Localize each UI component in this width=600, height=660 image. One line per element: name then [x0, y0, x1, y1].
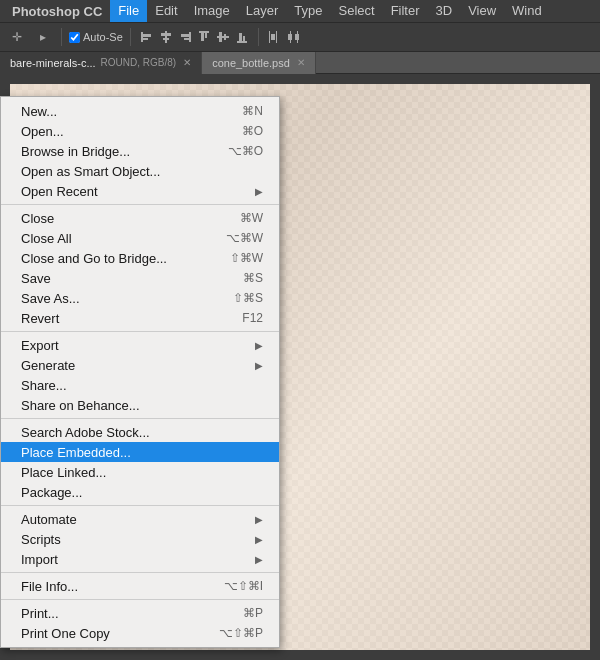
menu-item-import-label: Import [21, 552, 58, 567]
align-centers-horizontal-icon[interactable] [157, 28, 175, 46]
menu-item-print-shortcut: ⌘P [243, 606, 263, 620]
tab-suffix-1: ROUND, RGB/8) [101, 57, 177, 68]
move-tool-icon[interactable]: ✛ [6, 26, 28, 48]
menu-item-save-as-label: Save As... [21, 291, 80, 306]
menu-view[interactable]: View [460, 0, 504, 22]
menu-item-file-info[interactable]: File Info... ⌥⇧⌘I [1, 576, 279, 596]
align-top-edges-icon[interactable] [195, 28, 213, 46]
tab-bare-minerals[interactable]: bare-minerals-c... ROUND, RGB/8) ✕ [0, 52, 202, 74]
menu-item-open-smart[interactable]: Open as Smart Object... [1, 161, 279, 181]
svg-rect-8 [184, 38, 189, 40]
menu-item-import[interactable]: Import ▶ [1, 549, 279, 569]
menu-file[interactable]: File [110, 0, 147, 22]
menu-item-export-label: Export [21, 338, 59, 353]
menu-item-save-as[interactable]: Save As... ⇧⌘S [1, 288, 279, 308]
tab-close-2[interactable]: ✕ [297, 57, 305, 68]
menu-item-automate[interactable]: Automate ▶ [1, 509, 279, 529]
menu-sep-6 [1, 599, 279, 600]
menu-item-close-bridge-shortcut: ⇧⌘W [230, 251, 263, 265]
menu-item-share[interactable]: Share... [1, 375, 279, 395]
tab-label-2: cone_bottle.psd [212, 57, 290, 69]
svg-rect-16 [239, 33, 242, 41]
menu-item-revert-shortcut: F12 [242, 311, 263, 325]
menu-filter[interactable]: Filter [383, 0, 428, 22]
export-arrow-icon: ▶ [255, 340, 263, 351]
scripts-arrow-icon: ▶ [255, 534, 263, 545]
menu-item-search-stock[interactable]: Search Adobe Stock... [1, 422, 279, 442]
menu-edit[interactable]: Edit [147, 0, 185, 22]
menu-item-export[interactable]: Export ▶ [1, 335, 279, 355]
svg-rect-24 [295, 34, 299, 40]
menu-wind[interactable]: Wind [504, 0, 550, 22]
arrow-icon[interactable]: ▸ [32, 26, 54, 48]
menu-item-open[interactable]: Open... ⌘O [1, 121, 279, 141]
align-left-edges-icon[interactable] [138, 28, 156, 46]
align-centers-vertical-icon[interactable] [214, 28, 232, 46]
menu-item-print-one-copy[interactable]: Print One Copy ⌥⇧⌘P [1, 623, 279, 643]
menu-image[interactable]: Image [186, 0, 238, 22]
menu-item-save-shortcut: ⌘S [243, 271, 263, 285]
menu-item-share-behance[interactable]: Share on Behance... [1, 395, 279, 415]
menu-item-print-one-copy-shortcut: ⌥⇧⌘P [219, 626, 263, 640]
menu-item-open-recent[interactable]: Open Recent ▶ [1, 181, 279, 201]
menu-item-browse-bridge[interactable]: Browse in Bridge... ⌥⌘O [1, 141, 279, 161]
menu-3d[interactable]: 3D [428, 0, 461, 22]
auto-select-checkbox[interactable] [69, 32, 80, 43]
svg-rect-12 [217, 36, 229, 38]
auto-select-label: Auto-Se [83, 31, 123, 43]
distribute-left-icon[interactable] [266, 28, 284, 46]
menu-item-place-embedded[interactable]: Place Embedded... [1, 442, 279, 462]
toolbar-sep-3 [258, 28, 259, 46]
menu-item-open-smart-label: Open as Smart Object... [21, 164, 160, 179]
align-right-edges-icon[interactable] [176, 28, 194, 46]
svg-rect-19 [276, 31, 277, 43]
menu-item-close-bridge-label: Close and Go to Bridge... [21, 251, 167, 266]
menu-item-place-embedded-label: Place Embedded... [21, 445, 131, 460]
menu-item-place-linked[interactable]: Place Linked... [1, 462, 279, 482]
menu-item-package-label: Package... [21, 485, 82, 500]
menu-item-print-one-copy-label: Print One Copy [21, 626, 110, 641]
menu-item-new-label: New... [21, 104, 57, 119]
svg-rect-15 [237, 41, 247, 43]
svg-rect-18 [269, 31, 270, 43]
menu-item-print[interactable]: Print... ⌘P [1, 603, 279, 623]
menu-item-file-info-shortcut: ⌥⇧⌘I [224, 579, 263, 593]
svg-rect-10 [201, 33, 204, 41]
svg-rect-3 [165, 31, 167, 43]
menu-item-generate[interactable]: Generate ▶ [1, 355, 279, 375]
menu-sep-4 [1, 505, 279, 506]
menu-item-close-all[interactable]: Close All ⌥⌘W [1, 228, 279, 248]
menu-sep-5 [1, 572, 279, 573]
menu-item-new[interactable]: New... ⌘N [1, 101, 279, 121]
menu-item-file-info-label: File Info... [21, 579, 78, 594]
svg-rect-9 [199, 31, 209, 33]
tab-bar: bare-minerals-c... ROUND, RGB/8) ✕ cone_… [0, 52, 600, 74]
menu-item-close-bridge[interactable]: Close and Go to Bridge... ⇧⌘W [1, 248, 279, 268]
menu-item-close-label: Close [21, 211, 54, 226]
menu-item-revert[interactable]: Revert F12 [1, 308, 279, 328]
svg-rect-13 [219, 32, 222, 42]
tab-close-1[interactable]: ✕ [183, 57, 191, 68]
menu-item-package[interactable]: Package... [1, 482, 279, 502]
menu-type[interactable]: Type [286, 0, 330, 22]
svg-rect-11 [205, 33, 207, 38]
svg-rect-6 [189, 32, 191, 42]
toolbar-sep-1 [61, 28, 62, 46]
menu-item-scripts-label: Scripts [21, 532, 61, 547]
menu-item-save[interactable]: Save ⌘S [1, 268, 279, 288]
svg-rect-1 [143, 34, 151, 37]
menu-layer[interactable]: Layer [238, 0, 287, 22]
align-bottom-edges-icon[interactable] [233, 28, 251, 46]
distribute-icons-group [266, 28, 303, 46]
menu-item-open-label: Open... [21, 124, 64, 139]
menu-select[interactable]: Select [330, 0, 382, 22]
tab-cone-bottle[interactable]: cone_bottle.psd ✕ [202, 52, 316, 74]
menu-item-close[interactable]: Close ⌘W [1, 208, 279, 228]
menu-item-save-label: Save [21, 271, 51, 286]
svg-rect-4 [161, 33, 171, 36]
menu-item-print-label: Print... [21, 606, 59, 621]
distribute-centers-icon[interactable] [285, 28, 303, 46]
menu-item-generate-label: Generate [21, 358, 75, 373]
menu-item-scripts[interactable]: Scripts ▶ [1, 529, 279, 549]
auto-select-toggle[interactable]: Auto-Se [69, 31, 123, 43]
